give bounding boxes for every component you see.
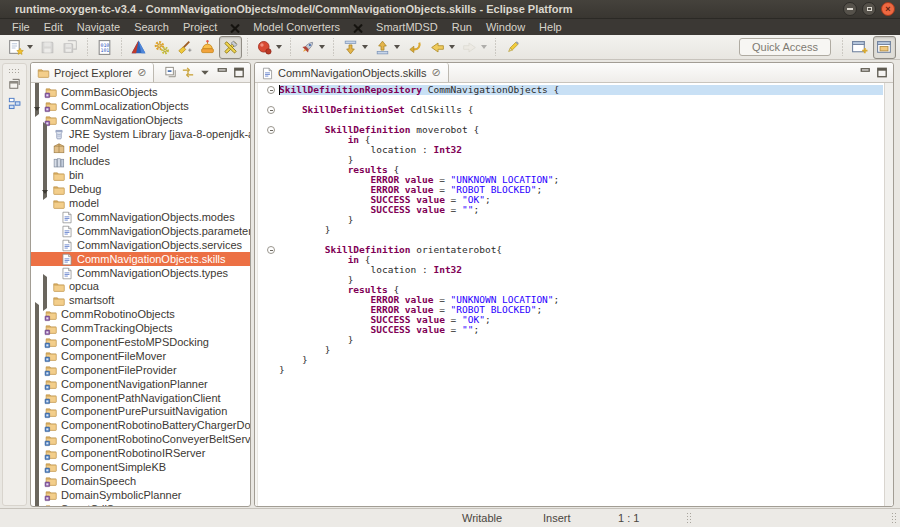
- code-text[interactable]: SkillDefinitionSet CdlSkills {: [279, 105, 883, 115]
- tree-item-smartcdlserver[interactable]: SmartCdlServer: [31, 502, 250, 506]
- close-view-icon[interactable]: ⊘: [137, 67, 146, 78]
- menu-smartmdsd[interactable]: SmartMDSD: [369, 19, 445, 35]
- tree-item-commnavigationobjects-modes[interactable]: CommNavigationObjects.modes: [31, 210, 250, 224]
- generate-gears-button[interactable]: [150, 36, 173, 59]
- code-text[interactable]: }: [279, 335, 883, 345]
- tree-item-jre-system-library-java-8-openjdk-amd64-[interactable]: JRE System Library [java-8-openjdk-amd64…: [31, 127, 250, 141]
- tab-editor-skills-file[interactable]: CommNavigationObjects.skills ⊘: [255, 63, 449, 82]
- expanded-arrow-icon[interactable]: [42, 190, 48, 211]
- restore-view-button[interactable]: [7, 77, 22, 92]
- tree-item-model[interactable]: model: [31, 196, 250, 210]
- code-text[interactable]: SUCCESS value = "";: [279, 325, 883, 335]
- maximize-window-button[interactable]: [862, 2, 876, 16]
- close-editor-icon[interactable]: ⊘: [432, 67, 441, 78]
- code-text[interactable]: location : Int32: [279, 145, 883, 155]
- dropdown-arrow-icon[interactable]: [449, 45, 455, 49]
- back-history-button[interactable]: [426, 36, 458, 59]
- deploy-robot-button[interactable]: [196, 36, 219, 59]
- tree-item-opcua[interactable]: opcua: [31, 279, 250, 293]
- tree-item-componentpurepursuitnavigation[interactable]: ComponentPurePursuitNavigation: [31, 404, 250, 418]
- resource-perspective-button[interactable]: [873, 36, 896, 59]
- minimize-view-button[interactable]: [214, 65, 230, 80]
- code-line-27[interactable]: }: [259, 345, 883, 355]
- open-perspective-button[interactable]: [848, 36, 871, 59]
- fold-collapse-icon[interactable]: [267, 86, 275, 94]
- mark-occurrences-button[interactable]: [501, 36, 524, 59]
- prism-button[interactable]: [127, 36, 150, 59]
- tree-item-commrobotinoobjects[interactable]: CommRobotinoObjects: [31, 307, 250, 321]
- code-text[interactable]: SkillDefinitionRepository CommNavigation…: [279, 85, 883, 95]
- status-drag-handle[interactable]: [891, 512, 896, 525]
- binary-file-button[interactable]: 010101: [93, 36, 116, 59]
- tab-project-explorer[interactable]: Project Explorer ⊘: [31, 63, 154, 82]
- tree-item-domainsymbolicplanner[interactable]: DomainSymbolicPlanner: [31, 488, 250, 502]
- previous-annotation-button[interactable]: [371, 36, 403, 59]
- dropdown-arrow-icon[interactable]: [319, 45, 325, 49]
- close-window-button[interactable]: ×: [881, 2, 895, 16]
- tree-item-commnavigationobjects-parameters[interactable]: CommNavigationObjects.parameters: [31, 224, 250, 238]
- menu-help[interactable]: Help: [532, 19, 569, 35]
- tree-item-smartsoft[interactable]: smartsoft: [31, 293, 250, 307]
- save-all-button[interactable]: [59, 36, 82, 59]
- launch-rocket-button[interactable]: [296, 36, 328, 59]
- menu-project[interactable]: Project: [176, 19, 224, 35]
- code-line-26[interactable]: }: [259, 335, 883, 345]
- tree-item-componentsimplekb[interactable]: ComponentSimpleKB: [31, 460, 250, 474]
- minimize-window-button[interactable]: [843, 2, 857, 16]
- overview-ruler[interactable]: [884, 83, 893, 506]
- tree-item-commbasicobjects[interactable]: CommBasicObjects: [31, 85, 250, 99]
- tree-item-commnavigationobjects-types[interactable]: CommNavigationObjects.types: [31, 266, 250, 280]
- drag-handle[interactable]: [8, 68, 21, 73]
- code-text[interactable]: SUCCESS value = "";: [279, 205, 883, 215]
- dropdown-arrow-icon[interactable]: [481, 45, 487, 49]
- menu-search[interactable]: Search: [127, 19, 176, 35]
- dropdown-arrow-icon[interactable]: [276, 45, 282, 49]
- fold-collapse-icon[interactable]: [267, 246, 275, 254]
- minimized-views-button[interactable]: [7, 96, 22, 111]
- menu-navigate[interactable]: Navigate: [70, 19, 127, 35]
- clean-broom-button[interactable]: [173, 36, 196, 59]
- tree-item-debug[interactable]: Debug: [31, 182, 250, 196]
- tree-item-commnavigationobjects-services[interactable]: CommNavigationObjects.services: [31, 238, 250, 252]
- code-line-28[interactable]: }: [259, 355, 883, 365]
- code-area[interactable]: SkillDefinitionRepository CommNavigation…: [259, 85, 883, 506]
- code-line-29[interactable]: }: [259, 365, 883, 375]
- code-text[interactable]: }: [279, 365, 883, 375]
- build-tools-button[interactable]: [219, 36, 242, 59]
- code-text[interactable]: }: [279, 355, 883, 365]
- annotation-ruler[interactable]: [255, 83, 258, 506]
- forward-history-button[interactable]: [458, 36, 490, 59]
- code-line-14[interactable]: }: [259, 215, 883, 225]
- title-bar[interactable]: runtime-oxygen-tc-v3.4 - CommNavigationO…: [0, 0, 900, 19]
- code-line-3[interactable]: SkillDefinitionSet CdlSkills {: [259, 105, 883, 115]
- menu-edit[interactable]: Edit: [37, 19, 70, 35]
- maximize-view-button[interactable]: [874, 65, 890, 80]
- code-text[interactable]: }: [279, 225, 883, 235]
- menu-file[interactable]: File: [5, 19, 37, 35]
- tree-item-componentpathnavigationclient[interactable]: ComponentPathNavigationClient: [31, 391, 250, 405]
- code-line-1[interactable]: SkillDefinitionRepository CommNavigation…: [259, 85, 883, 95]
- fold-collapse-icon[interactable]: [267, 106, 275, 114]
- dropdown-arrow-icon[interactable]: [394, 45, 400, 49]
- next-annotation-button[interactable]: [339, 36, 371, 59]
- link-with-editor-button[interactable]: [180, 65, 196, 80]
- new-wizard-button[interactable]: [4, 36, 36, 59]
- tree-item-commtrackingobjects[interactable]: CommTrackingObjects: [31, 321, 250, 335]
- status-drag-handle[interactable]: [686, 512, 691, 525]
- tree-item-commnavigationobjects[interactable]: CommNavigationObjects: [31, 113, 250, 127]
- fold-collapse-icon[interactable]: [267, 126, 275, 134]
- tree-item-commlocalizationobjects[interactable]: CommLocalizationObjects: [31, 99, 250, 113]
- tree-item-domainspeech[interactable]: DomainSpeech: [31, 474, 250, 488]
- tree-item-componentfilemover[interactable]: ComponentFileMover: [31, 349, 250, 363]
- tree-item-commnavigationobjects-skills[interactable]: CommNavigationObjects.skills: [31, 252, 250, 266]
- tree-item-componentrobotinoconveyerbeltserver-opc[interactable]: ComponentRobotinoConveyerBeltServer_OPC: [31, 432, 250, 446]
- menu-model-converters[interactable]: Model Converters: [246, 19, 347, 35]
- collapsed-arrow-icon[interactable]: [35, 497, 39, 506]
- tree-item-componentrobotinobatterychargerdocking[interactable]: ComponentRobotinoBatteryChargerDocking: [31, 418, 250, 432]
- menu-run[interactable]: Run: [445, 19, 479, 35]
- view-menu-button[interactable]: [197, 65, 213, 80]
- menu-window[interactable]: Window: [479, 19, 532, 35]
- collapse-all-button[interactable]: [163, 65, 179, 80]
- code-text[interactable]: }: [279, 215, 883, 225]
- tree-item-bin[interactable]: bin: [31, 168, 250, 182]
